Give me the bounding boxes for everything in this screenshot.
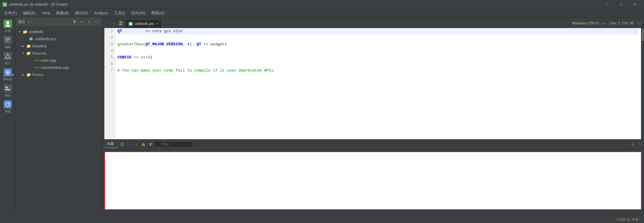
sidebar-item-debug[interactable]: Debug ▶ bbox=[1, 67, 15, 82]
tree-label-untitled5: untitled5 bbox=[29, 30, 43, 34]
svg-rect-9 bbox=[5, 89, 10, 90]
file-tree-title: 项目 ▲ ▼ bbox=[18, 19, 33, 24]
tree-label-mainwindow-cpp: mainwindow.cpp bbox=[41, 65, 69, 70]
design-icon bbox=[4, 52, 12, 60]
filter-container: 🔍 bbox=[154, 141, 193, 147]
code-line-3: greaterThan(QT_MAJOR_VERSION, 4): QT += … bbox=[117, 41, 639, 48]
editor-and-bottom: ← → untitled5.pro ✕ bbox=[102, 17, 644, 212]
scroll-thumb[interactable] bbox=[642, 29, 644, 41]
svg-rect-1 bbox=[6, 25, 10, 27]
pro-file-icon: pro bbox=[29, 36, 33, 41]
svg-rect-17 bbox=[120, 24, 122, 25]
bottom-tab-issues[interactable]: 问题 bbox=[103, 140, 117, 148]
bottom-close-button[interactable]: □ bbox=[636, 141, 643, 148]
menu-help[interactable]: 帮助(H) bbox=[148, 9, 167, 17]
maximize-button[interactable]: □ bbox=[614, 0, 628, 9]
folder-icon-sources: 📁 bbox=[26, 51, 31, 55]
close-button[interactable]: ✕ bbox=[628, 0, 642, 9]
svg-rect-3 bbox=[5, 39, 10, 40]
code-line-4 bbox=[117, 48, 639, 54]
code-line-5: CONFIG += c++11 bbox=[117, 54, 639, 61]
design-label: 设计 bbox=[5, 61, 11, 65]
help-label: 帮助 bbox=[5, 109, 11, 114]
sidebar-icons: 欢迎 编辑 设计 Debug ▶ 项目 bbox=[0, 17, 16, 212]
folder-icon-headers: 📁 bbox=[26, 44, 31, 48]
filter-button[interactable] bbox=[71, 19, 78, 25]
svg-text:!: ! bbox=[143, 143, 144, 146]
tab-close-button[interactable]: ✕ bbox=[156, 22, 159, 26]
menu-debug[interactable]: 调试(D) bbox=[72, 9, 91, 17]
tree-item-main-cpp[interactable]: c++ main.cpp bbox=[16, 57, 102, 64]
folder-icon-forms: 📁 bbox=[26, 72, 31, 77]
tree-item-mainwindow-cpp[interactable]: c++ mainwindow.cpp bbox=[16, 64, 102, 71]
filter-input[interactable] bbox=[154, 141, 193, 147]
tree-arrow-untitled5: ▼ bbox=[18, 30, 21, 33]
sidebar-item-design[interactable]: 设计 bbox=[1, 51, 15, 66]
nav-save-button[interactable] bbox=[117, 20, 124, 27]
debug-icon bbox=[4, 68, 12, 77]
bottom-up-button[interactable]: ∧ bbox=[630, 141, 636, 148]
file-tree-panel: 项目 ▲ ▼ + × bbox=[16, 17, 102, 212]
nav-back-button[interactable]: ← bbox=[103, 20, 110, 27]
add-button[interactable]: + bbox=[86, 19, 92, 25]
code-line-2 bbox=[117, 35, 639, 41]
bottom-content-area bbox=[104, 151, 642, 210]
project-select-arrows[interactable]: ▲ ▼ bbox=[27, 21, 33, 24]
split-editor-button[interactable]: ⊡ bbox=[636, 20, 643, 27]
encoding-arrow[interactable]: ▲▼ bbox=[600, 21, 606, 25]
issues-next-button[interactable]: › bbox=[133, 141, 140, 148]
edit-label: 编辑 bbox=[5, 45, 11, 49]
sidebar-item-help[interactable]: ? 帮助 bbox=[1, 99, 15, 114]
tree-item-untitled5[interactable]: ▼ 📁 untitled5 bbox=[16, 28, 102, 35]
title-bar: Qt untitled5.pro @ untitled5 - Qt Creato… bbox=[0, 0, 644, 9]
svg-rect-4 bbox=[5, 41, 8, 41]
tree-arrow-sources: ▼ bbox=[21, 52, 25, 55]
tab-label: untitled5.pro bbox=[134, 22, 154, 26]
sidebar-item-edit[interactable]: 编辑 bbox=[1, 35, 15, 50]
sidebar-item-welcome[interactable]: 欢迎 bbox=[1, 18, 15, 34]
qt-icon: Qt bbox=[2, 2, 7, 7]
editor-area: ← → untitled5.pro ✕ bbox=[102, 17, 644, 139]
tree-label-sources: Sources bbox=[32, 51, 47, 55]
tree-item-sources[interactable]: ▼ 📁 Sources bbox=[16, 49, 102, 57]
svg-point-0 bbox=[6, 21, 9, 24]
minimize-button[interactable]: ─ bbox=[600, 0, 614, 9]
tree-item-untitled5pro[interactable]: pro untitled5.pro bbox=[16, 35, 102, 42]
nav-forward-button[interactable]: → bbox=[110, 20, 117, 27]
vertical-scrollbar[interactable] bbox=[641, 28, 644, 139]
menu-edit[interactable]: 编辑(E) bbox=[20, 9, 39, 17]
tree-arrow-headers: ▶ bbox=[21, 44, 25, 48]
file-tree-label: 项目 bbox=[18, 19, 25, 24]
project-icon bbox=[4, 84, 12, 92]
welcome-label: 欢迎 bbox=[5, 29, 11, 33]
menu-analyze[interactable]: Analyze bbox=[91, 10, 111, 16]
editor-tab-untitled5pro[interactable]: untitled5.pro ✕ bbox=[125, 19, 162, 28]
menu-view[interactable]: View bbox=[39, 10, 53, 16]
menu-file[interactable]: 文件(F) bbox=[1, 9, 20, 17]
issues-sync-button[interactable] bbox=[119, 141, 125, 148]
bottom-tab-bar: 问题 ‹ › ! bbox=[102, 140, 644, 149]
main-layout: 欢迎 编辑 设计 Debug ▶ 项目 bbox=[0, 17, 644, 212]
sidebar-item-project[interactable]: 项目 bbox=[1, 83, 15, 98]
issues-prev-button[interactable]: ‹ bbox=[126, 141, 132, 148]
svg-text:?: ? bbox=[7, 102, 9, 107]
link-button[interactable] bbox=[78, 19, 85, 25]
remove-button[interactable]: × bbox=[93, 19, 99, 25]
tree-item-headers[interactable]: ▶ 📁 Headers bbox=[16, 42, 102, 49]
cpp-icon-main: c++ bbox=[35, 58, 39, 63]
menu-bar: 文件(F) 编辑(E) View 构建(B) 调试(D) Analyze 工具(… bbox=[0, 9, 644, 17]
tree-label-headers: Headers bbox=[32, 44, 47, 48]
menu-widgets[interactable]: 控件(W) bbox=[128, 9, 148, 17]
title-bar-buttons: ─ □ ✕ bbox=[600, 0, 642, 9]
svg-text:pro: pro bbox=[30, 38, 32, 41]
code-content[interactable]: QT += core gui xlsx greaterThan(QT_MAJOR… bbox=[115, 28, 641, 139]
menu-tools[interactable]: 工具(I) bbox=[111, 9, 128, 17]
issues-filter-button[interactable] bbox=[147, 141, 154, 148]
menu-build[interactable]: 构建(B) bbox=[53, 9, 72, 17]
debug-arrow-icon: ▶ bbox=[12, 73, 14, 76]
tree-item-forms[interactable]: ▶ 📁 Forms bbox=[16, 71, 102, 78]
debug-label: Debug bbox=[3, 78, 12, 81]
encoding-status: Windows (CRLF) bbox=[572, 21, 599, 25]
file-tree-content: ▼ 📁 untitled5 pro untitled5.pro ▶ 📁 Head… bbox=[16, 27, 102, 212]
line-numbers: 1 2 3 4 5 6 7 bbox=[104, 28, 115, 139]
